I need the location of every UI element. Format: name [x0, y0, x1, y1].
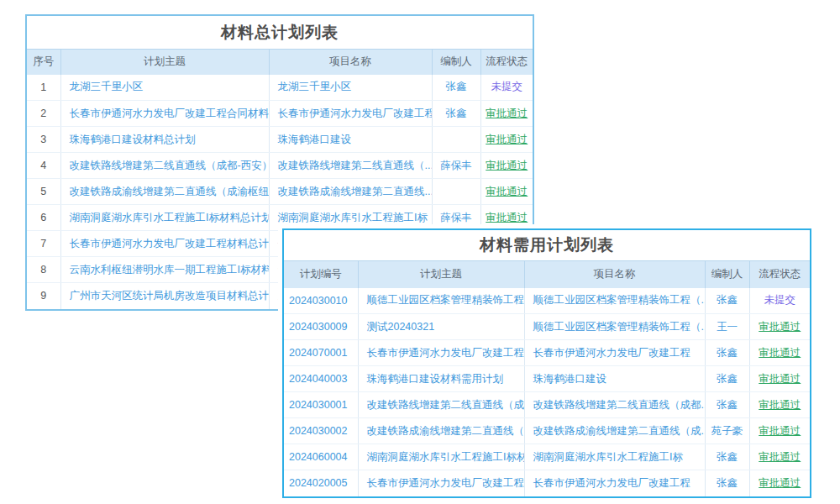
row-serial: 5: [27, 179, 60, 205]
table-row: 2024030002改建铁路成渝线增建第二直通线（成...改建铁路成渝线增建第二…: [284, 418, 810, 444]
plan-subject-link[interactable]: 湖南洞庭湖水库引水工程施工I标材...: [358, 444, 524, 470]
compiler-name: 薛保丰: [432, 205, 480, 231]
status-badge[interactable]: 审批通过: [749, 392, 810, 418]
compiler-name: 苑子豪: [705, 418, 749, 444]
plan-subject-link[interactable]: 湖南洞庭湖水库引水工程施工I标材料总计划: [60, 205, 269, 231]
project-name-link[interactable]: 改建铁路成渝线增建第二直通线（成...: [524, 418, 705, 444]
status-badge[interactable]: 审批通过: [749, 340, 810, 366]
row-serial: 4: [27, 153, 60, 179]
plan-subject-link[interactable]: 改建铁路线增建第二线直通线（成都...: [358, 392, 524, 418]
compiler-name: 张鑫: [705, 340, 749, 366]
project-name-link[interactable]: 长春市伊通河水力发电厂改建工程: [524, 470, 705, 496]
compiler-name: 张鑫: [705, 288, 749, 314]
plan-subject-link[interactable]: 改建铁路线增建第二线直通线（成都-西安）...: [60, 153, 269, 179]
table-row: 6湖南洞庭湖水库引水工程施工I标材料总计划湖南洞庭湖水库引水工程施工I标薛保丰审…: [27, 205, 533, 231]
project-name-link[interactable]: 湖南洞庭湖水库引水工程施工I标: [524, 444, 705, 470]
compiler-name: 张鑫: [432, 75, 480, 101]
row-serial: 7: [27, 231, 60, 257]
col-plan-subject: 计划主题: [358, 261, 524, 288]
plan-code-link[interactable]: 2024060004: [284, 444, 358, 470]
project-name-link[interactable]: 顺德工业园区档案管理精装饰工程（...: [524, 314, 705, 340]
col-serial: 序号: [27, 50, 60, 75]
status-badge: 未提交: [480, 75, 533, 101]
row-serial: 6: [27, 205, 60, 231]
plan-code-link[interactable]: 2024040003: [284, 366, 358, 392]
project-name-link[interactable]: 龙湖三千里小区: [269, 75, 432, 101]
plan-code-link[interactable]: 2024030010: [284, 288, 358, 314]
col-compiler: 编制人: [705, 261, 749, 288]
project-name-link[interactable]: 改建铁路成渝线增建第二直通线...: [269, 179, 432, 205]
master-plan-header: 序号 计划主题 项目名称 编制人 流程状态: [27, 50, 533, 75]
plan-subject-link[interactable]: 珠海鹤港口建设材料总计划: [60, 127, 269, 153]
status-badge[interactable]: 审批通过: [480, 101, 533, 127]
project-name-link[interactable]: 长春市伊通河水力发电厂改建工程: [524, 340, 705, 366]
compiler-name: 张鑫: [705, 470, 749, 496]
col-plan-code: 计划编号: [284, 261, 358, 288]
row-serial: 3: [27, 127, 60, 153]
status-badge: 未提交: [749, 288, 810, 314]
compiler-name: 薛保丰: [432, 153, 480, 179]
project-name-link[interactable]: 顺德工业园区档案管理精装饰工程（...: [524, 288, 705, 314]
plan-subject-link[interactable]: 顺德工业园区档案管理精装饰工程（...: [358, 288, 524, 314]
status-badge[interactable]: 审批通过: [749, 418, 810, 444]
compiler-name: 张鑫: [705, 366, 749, 392]
status-badge[interactable]: 审批通过: [749, 314, 810, 340]
plan-subject-link[interactable]: 长春市伊通河水力发电厂改建工程合...: [358, 340, 524, 366]
table-row: 3珠海鹤港口建设材料总计划珠海鹤港口建设审批通过: [27, 127, 533, 153]
project-name-link[interactable]: 珠海鹤港口建设: [269, 127, 432, 153]
status-badge[interactable]: 审批通过: [480, 205, 533, 231]
table-row: 5改建铁路成渝线增建第二直通线（成渝枢纽...改建铁路成渝线增建第二直通线...…: [27, 179, 533, 205]
project-name-link[interactable]: 湖南洞庭湖水库引水工程施工I标: [269, 205, 432, 231]
plan-code-link[interactable]: 2024020005: [284, 470, 358, 496]
plan-code-link[interactable]: 2024070001: [284, 340, 358, 366]
table-row: 2024040003珠海鹤港口建设材料需用计划珠海鹤港口建设张鑫审批通过: [284, 366, 810, 392]
demand-plan-header: 计划编号 计划主题 项目名称 编制人 流程状态: [284, 261, 810, 288]
col-project-name: 项目名称: [524, 261, 705, 288]
compiler-name: [432, 179, 480, 205]
master-plan-title: 材料总计划列表: [27, 16, 533, 49]
status-badge[interactable]: 审批通过: [749, 444, 810, 470]
plan-code-link[interactable]: 2024030009: [284, 314, 358, 340]
status-badge[interactable]: 审批通过: [480, 179, 533, 205]
table-row: 4改建铁路线增建第二线直通线（成都-西安）...改建铁路线增建第二线直通线（..…: [27, 153, 533, 179]
status-badge[interactable]: 审批通过: [480, 127, 533, 153]
col-status: 流程状态: [749, 261, 810, 288]
table-row: 2024030009测试20240321顺德工业园区档案管理精装饰工程（...王…: [284, 314, 810, 340]
row-serial: 2: [27, 101, 60, 127]
table-row: 2024030001改建铁路线增建第二线直通线（成都...改建铁路线增建第二线直…: [284, 392, 810, 418]
col-plan-subject: 计划主题: [60, 50, 269, 75]
plan-subject-link[interactable]: 长春市伊通河水力发电厂改建工程合同材料...: [60, 101, 269, 127]
plan-subject-link[interactable]: 广州市天河区统计局机房改造项目材料总计划: [60, 283, 269, 309]
project-name-link[interactable]: 改建铁路线增建第二线直通线（...: [269, 153, 432, 179]
project-name-link[interactable]: 珠海鹤港口建设: [524, 366, 705, 392]
project-name-link[interactable]: 长春市伊通河水力发电厂改建工程: [269, 101, 432, 127]
table-row: 2024030010顺德工业园区档案管理精装饰工程（...顺德工业园区档案管理精…: [284, 288, 810, 314]
compiler-name: 王一: [705, 314, 749, 340]
compiler-name: 张鑫: [432, 101, 480, 127]
plan-subject-link[interactable]: 珠海鹤港口建设材料需用计划: [358, 366, 524, 392]
plan-subject-link[interactable]: 龙湖三千里小区: [60, 75, 269, 101]
plan-code-link[interactable]: 2024030001: [284, 392, 358, 418]
status-badge[interactable]: 审批通过: [480, 153, 533, 179]
plan-subject-link[interactable]: 长春市伊通河水力发电厂改建工程材料总计划: [60, 231, 269, 257]
plan-subject-link[interactable]: 改建铁路成渝线增建第二直通线（成...: [358, 418, 524, 444]
plan-subject-link[interactable]: 云南水利枢纽潜明水库一期工程施工I标材料...: [60, 257, 269, 283]
plan-subject-link[interactable]: 改建铁路成渝线增建第二直通线（成渝枢纽...: [60, 179, 269, 205]
row-serial: 9: [27, 283, 60, 309]
table-row: 2长春市伊通河水力发电厂改建工程合同材料...长春市伊通河水力发电厂改建工程张鑫…: [27, 101, 533, 127]
col-compiler: 编制人: [432, 50, 480, 75]
demand-plan-panel: 材料需用计划列表 计划编号 计划主题 项目名称 编制人 流程状态 2024030…: [282, 228, 811, 498]
project-name-link[interactable]: 改建铁路线增建第二线直通线（成都...: [524, 392, 705, 418]
status-badge[interactable]: 审批通过: [749, 366, 810, 392]
col-project-name: 项目名称: [269, 50, 432, 75]
demand-plan-table: 计划编号 计划主题 项目名称 编制人 流程状态 2024030010顺德工业园区…: [284, 260, 810, 496]
table-row: 1龙湖三千里小区龙湖三千里小区张鑫未提交: [27, 75, 533, 101]
status-badge[interactable]: 审批通过: [749, 470, 810, 496]
plan-code-link[interactable]: 2024030002: [284, 418, 358, 444]
row-serial: 8: [27, 257, 60, 283]
table-row: 2024070001长春市伊通河水力发电厂改建工程合...长春市伊通河水力发电厂…: [284, 340, 810, 366]
plan-subject-link[interactable]: 长春市伊通河水力发电厂改建工程材...: [358, 470, 524, 496]
table-row: 2024020005长春市伊通河水力发电厂改建工程材...长春市伊通河水力发电厂…: [284, 470, 810, 496]
plan-subject-link[interactable]: 测试20240321: [358, 314, 524, 340]
compiler-name: 张鑫: [705, 392, 749, 418]
